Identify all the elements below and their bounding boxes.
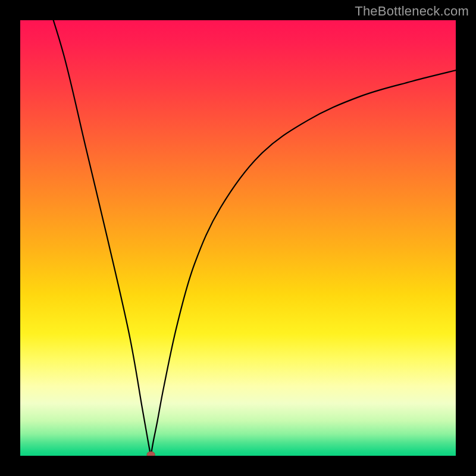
optimum-marker — [147, 452, 155, 456]
bottleneck-chart: TheBottleneck.com — [0, 0, 476, 476]
watermark-text: TheBottleneck.com — [355, 4, 469, 19]
plot-area — [20, 20, 456, 456]
curve-left — [42, 20, 151, 456]
curve-layer — [20, 20, 456, 456]
curve-right — [151, 70, 456, 456]
